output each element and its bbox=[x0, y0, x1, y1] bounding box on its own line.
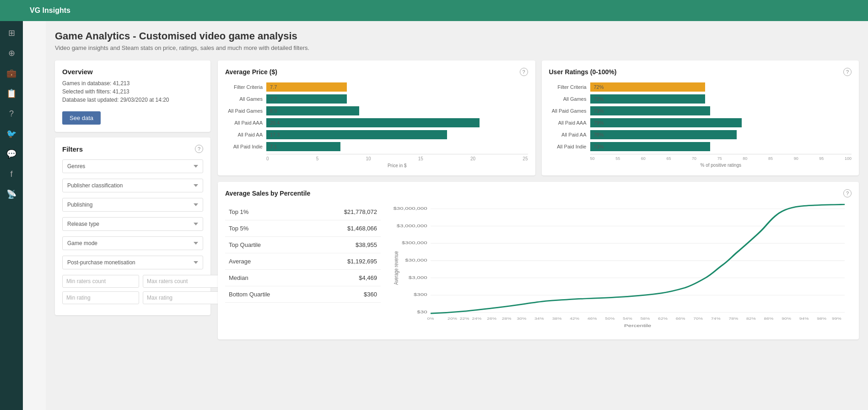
rating-row bbox=[62, 291, 203, 304]
price-axis-labels: 0 5 10 15 20 25 bbox=[266, 156, 528, 161]
svg-text:28%: 28% bbox=[502, 317, 512, 320]
svg-text:98%: 98% bbox=[817, 317, 826, 320]
svg-text:66%: 66% bbox=[676, 317, 685, 320]
avg-sales-help-icon[interactable]: ? bbox=[843, 189, 852, 197]
avg-price-card: Average Price ($) ? Filter Criteria 7.7 bbox=[218, 60, 535, 175]
page-title: Game Analytics - Customised video game a… bbox=[55, 30, 859, 42]
left-panel: Overview Games in database: 41,213 Selec… bbox=[55, 60, 210, 339]
sales-table: Top 1% $21,778,072 Top 5% $1,468,066 Top… bbox=[225, 204, 381, 332]
sales-row-bottom-quartile: Bottom Quartile $360 bbox=[225, 286, 381, 303]
sales-content: Top 1% $21,778,072 Top 5% $1,468,066 Top… bbox=[225, 204, 852, 332]
sales-value-bottom-quartile: $360 bbox=[310, 286, 381, 303]
max-raters-count-input[interactable] bbox=[143, 275, 220, 288]
svg-text:$30: $30 bbox=[417, 309, 427, 314]
svg-text:82%: 82% bbox=[746, 317, 756, 320]
min-rating-input[interactable] bbox=[62, 291, 139, 304]
sales-label-median: Median bbox=[225, 270, 310, 286]
publisher-classification-select[interactable]: Publisher classification bbox=[62, 179, 203, 192]
sales-value-average: $1,192,695 bbox=[310, 253, 381, 270]
svg-text:$30,000: $30,000 bbox=[405, 257, 427, 262]
game-mode-select[interactable]: Game mode bbox=[62, 236, 203, 250]
bar-row-all-paid-aa: All Paid AA 17.3 bbox=[225, 130, 528, 139]
post-purchase-select[interactable]: Post-purchase monetisation bbox=[62, 256, 203, 269]
svg-text:Percentile: Percentile bbox=[624, 323, 651, 328]
sales-row-top-quartile: Top Quartile $38,955 bbox=[225, 237, 381, 253]
ratings-bar-all-paid-indie: All Paid Indie 73% bbox=[549, 142, 852, 151]
overview-stat-1: Selected with filters: 41,213 bbox=[62, 88, 203, 95]
svg-text:$300: $300 bbox=[414, 292, 427, 297]
svg-text:0%: 0% bbox=[427, 317, 434, 320]
charts-row: Average Price ($) ? Filter Criteria 7.7 bbox=[218, 60, 859, 175]
sales-row-average: Average $1,192,695 bbox=[225, 253, 381, 270]
filters-help-icon[interactable]: ? bbox=[195, 145, 203, 153]
ratings-bar-filter-criteria: Filter Criteria 72% bbox=[549, 82, 852, 92]
see-data-button[interactable]: See data bbox=[62, 111, 101, 125]
svg-text:78%: 78% bbox=[728, 317, 738, 320]
sales-value-top-quartile: $38,955 bbox=[310, 237, 381, 253]
sidebar-icon-twitter[interactable]: 🐦 bbox=[0, 124, 23, 144]
sidebar-icon-add[interactable]: ⊕ bbox=[0, 43, 23, 63]
price-axis-line bbox=[266, 154, 528, 154]
max-rating-input[interactable] bbox=[143, 291, 220, 304]
svg-text:$300,000: $300,000 bbox=[402, 240, 427, 245]
sidebar-icon-discord[interactable]: 💬 bbox=[0, 144, 23, 164]
sales-value-top1: $21,778,072 bbox=[310, 204, 381, 220]
sidebar-icon-document[interactable]: 📋 bbox=[0, 83, 23, 104]
svg-text:$3,000,000: $3,000,000 bbox=[397, 223, 427, 228]
sales-row-top5: Top 5% $1,468,066 bbox=[225, 220, 381, 237]
bar-row-all-paid-aaa: All Paid AAA 20.4 bbox=[225, 118, 528, 127]
svg-text:20%: 20% bbox=[447, 317, 457, 320]
user-ratings-card: User Ratings (0-100%) ? Filter Criteria … bbox=[542, 60, 859, 175]
svg-text:58%: 58% bbox=[641, 317, 650, 320]
svg-text:70%: 70% bbox=[693, 317, 703, 320]
ratings-axis-title: % of positive ratings bbox=[590, 163, 852, 168]
svg-text:50%: 50% bbox=[605, 317, 615, 320]
svg-text:42%: 42% bbox=[570, 317, 579, 320]
svg-text:24%: 24% bbox=[472, 317, 482, 320]
svg-text:22%: 22% bbox=[460, 317, 469, 320]
svg-text:86%: 86% bbox=[764, 317, 774, 320]
user-ratings-chart: Filter Criteria 72% All Games bbox=[549, 82, 852, 168]
avg-price-header: Average Price ($) ? bbox=[225, 68, 528, 76]
bar-row-filter-criteria: Filter Criteria 7.7 bbox=[225, 82, 528, 92]
sales-label-top1: Top 1% bbox=[225, 204, 310, 220]
line-chart-svg: $30,000,000 $3,000,000 $300,000 $30,000 … bbox=[390, 204, 852, 332]
sidebar-icon-briefcase[interactable]: 💼 bbox=[0, 63, 23, 83]
raters-count-row bbox=[62, 275, 203, 288]
svg-text:26%: 26% bbox=[487, 317, 496, 320]
sidebar-icon-grid[interactable]: ⊞ bbox=[0, 23, 23, 43]
right-panel: Average Price ($) ? Filter Criteria 7.7 bbox=[218, 60, 859, 339]
bar-row-all-paid-games: All Paid Games 8.9 bbox=[225, 106, 528, 115]
svg-text:90%: 90% bbox=[782, 317, 791, 320]
overview-stat-0: Games in database: 41,213 bbox=[62, 80, 203, 87]
sidebar-icon-help[interactable]: ? bbox=[0, 104, 23, 124]
overview-card: Overview Games in database: 41,213 Selec… bbox=[55, 60, 210, 132]
genres-select[interactable]: Genres bbox=[62, 159, 203, 173]
release-type-select[interactable]: Release type bbox=[62, 217, 203, 231]
sales-label-bottom-quartile: Bottom Quartile bbox=[225, 286, 310, 303]
svg-text:30%: 30% bbox=[517, 317, 526, 320]
min-raters-count-input[interactable] bbox=[62, 275, 139, 288]
avg-price-help-icon[interactable]: ? bbox=[520, 68, 528, 76]
app-logo: VG Insights bbox=[30, 6, 70, 15]
filters-header: Filters ? bbox=[62, 145, 203, 153]
user-ratings-header: User Ratings (0-100%) ? bbox=[549, 68, 852, 76]
topbar: VG Insights bbox=[0, 0, 868, 21]
avg-sales-title: Average Sales by Percentile bbox=[225, 190, 310, 197]
price-axis-title: Price in $ bbox=[266, 163, 528, 168]
publishing-select[interactable]: Publishing bbox=[62, 198, 203, 212]
user-ratings-help-icon[interactable]: ? bbox=[843, 68, 852, 76]
ratings-axis-line bbox=[590, 154, 852, 154]
bar-row-all-paid-indie: All Paid Indie 7.1 bbox=[225, 142, 528, 151]
filters-card: Filters ? Genres Publisher classificatio… bbox=[55, 137, 210, 315]
sidebar-icon-rss[interactable]: 📡 bbox=[0, 184, 23, 204]
sidebar: › ⊞ ⊕ 💼 📋 ? 🐦 💬 f 📡 bbox=[0, 0, 23, 410]
sales-row-median: Median $4,469 bbox=[225, 270, 381, 286]
svg-text:94%: 94% bbox=[799, 317, 809, 320]
svg-text:Average revenue: Average revenue bbox=[392, 251, 399, 285]
sales-label-top5: Top 5% bbox=[225, 220, 310, 237]
overview-stat-2: Database last updated: 29/03/2020 at 14:… bbox=[62, 97, 203, 103]
svg-text:$3,000: $3,000 bbox=[409, 275, 427, 280]
sidebar-icon-facebook[interactable]: f bbox=[0, 164, 23, 184]
svg-text:34%: 34% bbox=[534, 317, 544, 320]
